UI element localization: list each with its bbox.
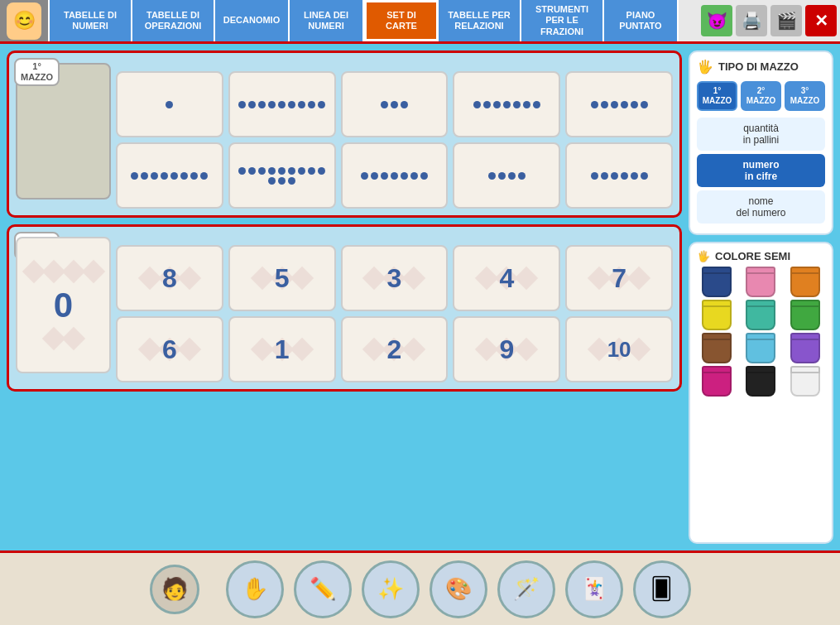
card-value: 1	[275, 334, 290, 365]
tipo-mazzo-header: 🖐️ TIPO DI MAZZO	[697, 59, 825, 75]
card-value: 3	[387, 263, 402, 294]
tipo-pallini[interactable]: quantitàin pallini	[697, 118, 825, 151]
mazzo2-content: 0 8 5 3	[16, 237, 673, 382]
hand-icon2: 🖐️	[697, 250, 710, 262]
panels-area: 1°MAZZO	[7, 50, 682, 544]
card-1[interactable]: 1	[228, 316, 336, 382]
card-dots-7b[interactable]	[341, 142, 449, 209]
dots-display	[586, 167, 653, 185]
dots-display	[483, 167, 530, 185]
hand-icon: 🖐️	[697, 59, 713, 75]
color-pink[interactable]	[742, 269, 781, 297]
mazzo2-panel: 2°MAZZO 0 8	[7, 224, 682, 392]
color-brown[interactable]	[697, 335, 737, 363]
print-icon-button[interactable]: 🖨️	[736, 5, 767, 36]
tipo-cifre[interactable]: numeroin cifre	[697, 154, 825, 187]
card-value: 5	[275, 263, 290, 294]
green-icon-button[interactable]: 😈	[701, 5, 732, 36]
card-4[interactable]: 4	[453, 245, 560, 311]
nav-decanomio[interactable]: DECANOMIO	[215, 0, 290, 41]
nav-strumenti[interactable]: STRUMENTI PER LE FRAZIONI	[521, 0, 604, 41]
bottom-toolbar: 🧑 ✋ ✏️ ✨ 🎨 🪄 🃏 🂠	[0, 550, 840, 625]
color-magenta[interactable]	[697, 368, 737, 397]
dots-display	[356, 167, 433, 185]
color-dark-blue[interactable]	[697, 269, 737, 297]
card-dots-1[interactable]	[116, 71, 223, 137]
card-value: 10	[607, 337, 631, 363]
mazzo-btn-2[interactable]: 2°MAZZO	[741, 81, 781, 111]
color-white[interactable]	[785, 368, 825, 397]
colore-semi-header: 🖐️ COLORE SEMI	[697, 250, 825, 262]
film-icon-button[interactable]: 🎬	[770, 5, 802, 36]
nav-set[interactable]: SET DI CARTE	[364, 0, 439, 41]
dots-display	[230, 162, 334, 190]
card-6[interactable]: 6	[116, 316, 223, 382]
card-9[interactable]: 9	[453, 316, 560, 382]
card-3[interactable]: 3	[341, 245, 449, 311]
dots-display	[586, 96, 653, 113]
color-orange[interactable]	[785, 269, 825, 297]
mazzo1-label: 1°MAZZO	[14, 58, 60, 86]
dots-display	[126, 167, 213, 185]
tool-palette[interactable]: 🎨	[430, 560, 487, 618]
tool-cards2[interactable]: 🂠	[633, 560, 691, 618]
card-dots-6[interactable]	[565, 71, 673, 137]
dots-display	[376, 96, 413, 113]
nav-linea[interactable]: LINEA DEI NUMERI	[290, 0, 364, 41]
nav-icon-area: 😈 🖨️ 🎬 ✕	[698, 0, 840, 41]
card-dots-9[interactable]	[228, 71, 336, 137]
tipo-mazzo-title: TIPO DI MAZZO	[718, 60, 799, 73]
main-area: 1°MAZZO	[0, 44, 840, 550]
card-dots-12[interactable]	[228, 142, 336, 209]
info-button[interactable]: 😊	[0, 0, 50, 41]
color-teal[interactable]	[742, 302, 781, 330]
mazzo-selector-buttons: 1°MAZZO 2°MAZZO 3°MAZZO	[697, 81, 825, 111]
card-value: 8	[162, 263, 177, 294]
colore-semi-title: COLORE SEMI	[715, 250, 790, 262]
mazzo1-panel: 1°MAZZO	[7, 50, 682, 218]
nav-tabelle-numeri[interactable]: TABELLE DI NUMERI	[50, 0, 132, 41]
mazzo2-row2: 6 1 2 9	[116, 316, 673, 382]
tool-sparkle[interactable]: ✨	[362, 560, 420, 618]
nav-tabelle-op[interactable]: TABELLE DI OPERAZIONI	[132, 0, 215, 41]
card-5[interactable]: 5	[228, 245, 336, 311]
mazzo2-zero-card[interactable]: 0	[16, 237, 111, 373]
nav-piano[interactable]: PIANO PUNTATO	[604, 0, 679, 41]
tool-pencil[interactable]: ✏️	[294, 560, 352, 618]
tool-cards1[interactable]: 🃏	[565, 560, 623, 618]
color-black[interactable]	[742, 368, 781, 397]
color-yellow[interactable]	[697, 302, 737, 330]
card-value: 2	[387, 334, 402, 365]
mazzo-btn-3[interactable]: 3°MAZZO	[785, 81, 825, 111]
mazzo1-content	[16, 63, 673, 209]
color-light-blue[interactable]	[742, 335, 781, 363]
dots-display	[233, 96, 330, 113]
mazzo2-row1: 8 5 3 4	[116, 245, 673, 311]
card-dots-7[interactable]	[453, 71, 560, 137]
top-nav: 😊 TABELLE DI NUMERI TABELLE DI OPERAZION…	[0, 0, 840, 44]
right-panel: 🖐️ TIPO DI MAZZO 1°MAZZO 2°MAZZO 3°MAZZO…	[689, 50, 833, 544]
card-value: 9	[499, 334, 514, 365]
card-dots-3[interactable]	[341, 71, 449, 137]
card-dots-4[interactable]	[453, 142, 560, 209]
tool-wand[interactable]: 🪄	[497, 560, 555, 618]
mazzo-btn-1[interactable]: 1°MAZZO	[697, 81, 737, 111]
tipo-nome[interactable]: nomedel numero	[697, 190, 825, 224]
color-green[interactable]	[785, 302, 825, 330]
dots-display	[468, 96, 545, 113]
mazzo1-row2	[116, 142, 673, 209]
card-dots-6b[interactable]	[565, 142, 673, 209]
card-dots-8[interactable]	[116, 142, 223, 209]
dots-display	[161, 96, 178, 113]
avatar: 😊	[7, 2, 41, 40]
card-8[interactable]: 8	[116, 245, 223, 311]
tool-hand[interactable]: ✋	[226, 560, 284, 618]
tipo-mazzo-box: 🖐️ TIPO DI MAZZO 1°MAZZO 2°MAZZO 3°MAZZO…	[689, 50, 833, 235]
close-button[interactable]: ✕	[805, 5, 837, 36]
info-character: 🧑	[150, 565, 199, 614]
color-purple[interactable]	[785, 335, 825, 363]
nav-tabelle-rel[interactable]: TABELLE PER RELAZIONI	[439, 0, 521, 41]
card-10[interactable]: 10	[565, 316, 673, 382]
card-7[interactable]: 7	[565, 245, 673, 311]
card-2[interactable]: 2	[341, 316, 449, 382]
